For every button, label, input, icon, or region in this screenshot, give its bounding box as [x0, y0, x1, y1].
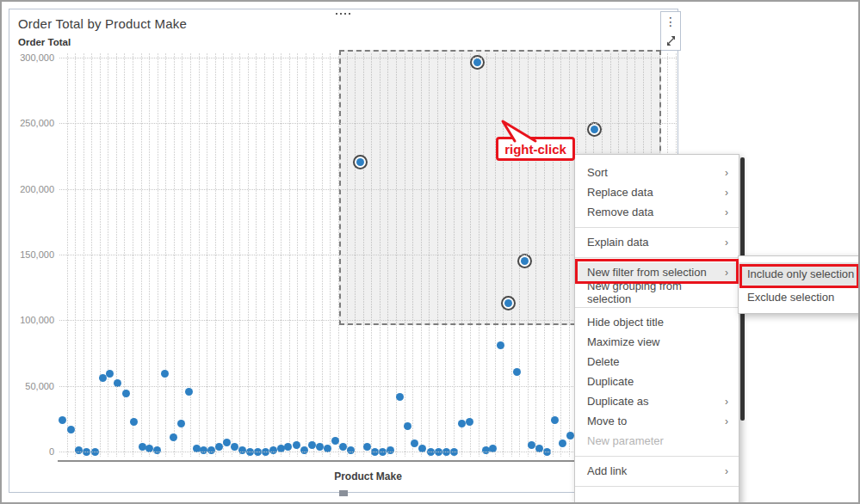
menu-item-label: Duplicate	[587, 375, 634, 388]
maximize-icon[interactable]	[665, 35, 677, 46]
y-tick-label: 0	[9, 446, 54, 457]
data-point[interactable]	[223, 439, 231, 446]
menu-divider	[575, 222, 739, 232]
menu-item-label: Move to	[587, 415, 627, 427]
y-gridline	[59, 58, 677, 58]
data-point[interactable]	[238, 446, 246, 454]
submenu-chevron-icon: ›	[725, 187, 728, 199]
data-point[interactable]	[363, 443, 371, 451]
annotation-highlight-new-filter	[575, 259, 739, 284]
selected-data-point[interactable]	[591, 126, 598, 133]
y-tick-label: 300,000	[9, 52, 54, 63]
menu-item-label: Add link	[587, 464, 627, 477]
menu-item-label: Sort	[587, 166, 608, 179]
data-point[interactable]	[59, 416, 66, 424]
submenu-chevron-icon: ›	[725, 237, 728, 249]
selected-data-point[interactable]	[504, 299, 512, 307]
data-point[interactable]	[284, 443, 292, 451]
menu-item-explain-data[interactable]: Explain data›	[575, 232, 739, 252]
submenu-chevron-icon: ›	[725, 396, 728, 408]
y-tick-label: 50,000	[9, 381, 54, 391]
menu-item-label: New parameter	[587, 434, 664, 447]
menu-item-label: Replace data	[587, 186, 653, 199]
menu-item-remove-data[interactable]: Remove data›	[575, 202, 739, 222]
menu-item-label: Delete	[587, 355, 620, 368]
data-point[interactable]	[396, 393, 404, 401]
data-point[interactable]	[122, 390, 130, 397]
data-point[interactable]	[130, 418, 138, 426]
data-point[interactable]	[404, 422, 411, 430]
data-point[interactable]	[497, 341, 504, 349]
y-tick-label: 100,000	[9, 315, 54, 325]
data-point[interactable]	[177, 420, 185, 427]
data-point[interactable]	[75, 446, 83, 454]
data-point[interactable]	[528, 441, 535, 449]
app-window: Order Total by Product Make ⋮ Order Tota…	[0, 0, 860, 504]
data-point[interactable]	[411, 439, 418, 447]
data-point[interactable]	[559, 439, 566, 447]
y-gridline	[59, 123, 677, 124]
data-point[interactable]	[566, 432, 574, 439]
chart-title: Order Total by Product Make	[18, 16, 187, 31]
context-menu: Sort›Replace data›Remove data›Explain da…	[574, 154, 739, 504]
data-point[interactable]	[316, 443, 324, 451]
data-point[interactable]	[215, 443, 223, 451]
data-point[interactable]	[339, 443, 347, 451]
data-point[interactable]	[458, 420, 466, 427]
data-point[interactable]	[269, 446, 277, 454]
object-toolbar: ⋮	[660, 11, 681, 51]
data-point[interactable]	[67, 426, 75, 433]
menu-divider	[575, 451, 739, 461]
menu-item-label: Maximize view	[587, 335, 660, 348]
data-point[interactable]	[185, 388, 193, 396]
data-point[interactable]	[161, 370, 169, 378]
data-point[interactable]	[551, 416, 559, 424]
data-point[interactable]	[300, 446, 308, 454]
panel-resize-handle[interactable]	[339, 490, 348, 496]
y-tick-label: 200,000	[9, 184, 54, 194]
callout-tail	[492, 117, 544, 148]
object-menu-icon[interactable]: ⋮	[665, 15, 677, 28]
data-point[interactable]	[106, 370, 114, 378]
data-point[interactable]	[207, 446, 215, 454]
annotation-highlight-include-only	[739, 264, 859, 288]
menu-item-add-link[interactable]: Add link›	[575, 461, 739, 481]
submenu-chevron-icon: ›	[725, 415, 728, 427]
menu-item-delete[interactable]: Delete	[575, 352, 739, 372]
data-point[interactable]	[308, 441, 316, 449]
submenu-chevron-icon: ›	[725, 465, 728, 477]
data-point[interactable]	[513, 368, 521, 376]
data-point[interactable]	[387, 446, 394, 454]
menu-item-duplicate-as[interactable]: Duplicate as›	[575, 391, 739, 411]
submenu-chevron-icon: ›	[725, 206, 728, 218]
data-point[interactable]	[170, 433, 177, 441]
menu-item-move-to[interactable]: Move to›	[575, 411, 739, 431]
selected-data-point[interactable]	[356, 158, 364, 166]
data-point[interactable]	[153, 446, 161, 454]
menu-item-duplicate[interactable]: Duplicate	[575, 372, 739, 391]
submenu-chevron-icon: ›	[725, 167, 728, 179]
menu-item-label: Hide object title	[587, 316, 664, 329]
menu-item-new-parameter: New parameter	[575, 431, 739, 451]
menu-item-maximize-view[interactable]: Maximize view	[575, 332, 739, 352]
data-point[interactable]	[331, 437, 339, 445]
data-point[interactable]	[347, 446, 355, 454]
data-point[interactable]	[99, 374, 107, 382]
data-point[interactable]	[466, 418, 473, 426]
menu-item-new-grouping-from-selection[interactable]: New grouping from selection	[575, 282, 739, 302]
menu-item-sort[interactable]: Sort›	[575, 163, 739, 182]
y-axis-title: Order Total	[18, 37, 71, 47]
selected-data-point[interactable]	[473, 58, 481, 66]
submenu-item-exclude-selection[interactable]: Exclude selection	[739, 286, 860, 309]
data-point[interactable]	[293, 441, 300, 449]
menu-item-label: Duplicate as	[587, 395, 649, 408]
selected-data-point[interactable]	[521, 257, 529, 265]
y-tick-label: 150,000	[9, 249, 54, 260]
data-point[interactable]	[200, 446, 207, 454]
y-tick-label: 250,000	[9, 118, 54, 128]
menu-item-hide-object-title[interactable]: Hide object title	[575, 312, 739, 332]
menu-item-label: Explain data	[587, 236, 649, 249]
menu-item-replace-data[interactable]: Replace data›	[575, 182, 739, 202]
data-point[interactable]	[231, 443, 238, 451]
object-drag-handle[interactable]	[336, 13, 350, 15]
